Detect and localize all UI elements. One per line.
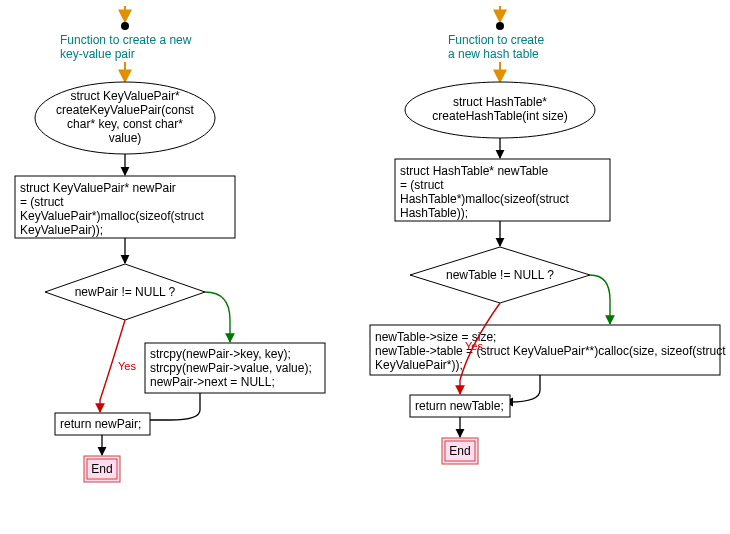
flowchart-left: Function to create a new key-value pair … [15,6,325,482]
left-alloc-l2: = (struct [20,195,64,209]
right-func-l1: struct HashTable* [453,95,547,109]
left-end-text: End [91,462,112,476]
right-alloc-l4: HashTable)); [400,206,468,220]
left-return-node: return newPair; [55,413,150,435]
right-alloc-l2: = (struct [400,178,444,192]
left-alloc-l4: KeyValuePair)); [20,223,103,237]
right-alloc-node: struct HashTable* newTable = (struct Has… [395,159,610,221]
left-ret-text: return newPair; [60,417,141,431]
left-no-label: Yes [118,360,136,372]
right-alloc-l3: HashTable*)malloc(sizeof(struct [400,192,569,206]
left-comment: Function to create a new key-value pair [60,33,192,61]
left-func-l2: createKeyValuePair(const [56,103,195,117]
left-yesblock-node: strcpy(newPair->key, key); strcpy(newPai… [145,343,325,393]
right-ret-text: return newTable; [415,399,504,413]
left-func-l1: struct KeyValuePair* [70,89,179,103]
right-no-label: Yes [465,340,483,352]
left-yes-l1: strcpy(newPair->key, key); [150,347,291,361]
right-edge-yes [590,275,610,324]
right-yesblock-node: newTable->size = size; newTable->table =… [370,325,726,375]
right-end-node: End [442,438,478,464]
left-start-dot [121,22,129,30]
right-comment-line2: a new hash table [448,47,539,61]
right-func-node: struct HashTable* createHashTable(int si… [405,82,595,138]
left-func-l3: char* key, const char* [67,117,183,131]
left-end-node: End [84,456,120,482]
right-return-node: return newTable; [410,395,510,417]
flowchart-canvas: Function to create a new key-value pair … [0,0,730,534]
left-cond-node: newPair != NULL ? [45,264,205,320]
right-comment-line1: Function to create [448,33,544,47]
right-yes-l3: KeyValuePair*)); [375,358,463,372]
left-yes-l2: strcpy(newPair->value, value); [150,361,312,375]
right-cond-text: newTable != NULL ? [446,268,554,282]
right-yes-l2: newTable->table = (struct KeyValuePair**… [375,344,726,358]
left-alloc-l1: struct KeyValuePair* newPair [20,181,176,195]
flowchart-right: Function to create a new hash table stru… [370,6,726,464]
left-yes-l3: newPair->next = NULL; [150,375,275,389]
left-comment-line1: Function to create a new [60,33,192,47]
left-alloc-node: struct KeyValuePair* newPair = (struct K… [15,176,235,238]
left-comment-line2: key-value pair [60,47,135,61]
right-alloc-l1: struct HashTable* newTable [400,164,548,178]
right-start-dot [496,22,504,30]
left-edge-yes [205,292,230,342]
right-cond-node: newTable != NULL ? [410,247,590,303]
right-func-l2: createHashTable(int size) [432,109,567,123]
left-edge-yes-to-ret-h [150,393,200,420]
left-func-node: struct KeyValuePair* createKeyValuePair(… [35,82,215,154]
right-comment: Function to create a new hash table [448,33,544,61]
left-alloc-l3: KeyValuePair*)malloc(sizeof(struct [20,209,205,223]
left-cond-text: newPair != NULL ? [75,285,176,299]
right-end-text: End [449,444,470,458]
left-func-l4: value) [109,131,142,145]
